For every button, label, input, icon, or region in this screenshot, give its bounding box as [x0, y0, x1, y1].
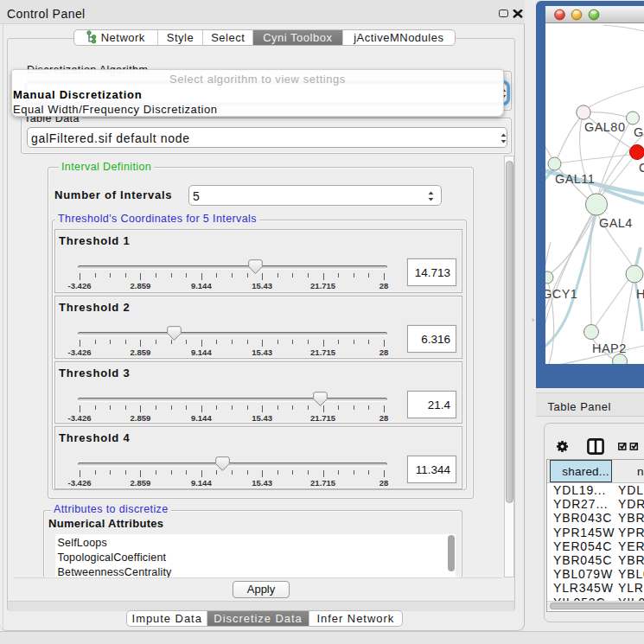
- svg-text:GAL11: GAL11: [555, 172, 595, 186]
- svg-text:GAL80: GAL80: [584, 120, 625, 134]
- svg-text:GA: GA: [634, 125, 644, 139]
- svg-text:HAP2: HAP2: [592, 341, 627, 355]
- svg-text:C: C: [639, 161, 644, 175]
- svg-text:H: H: [636, 287, 644, 301]
- svg-text:GAL4: GAL4: [599, 216, 633, 230]
- svg-text:GCY1: GCY1: [545, 287, 577, 301]
